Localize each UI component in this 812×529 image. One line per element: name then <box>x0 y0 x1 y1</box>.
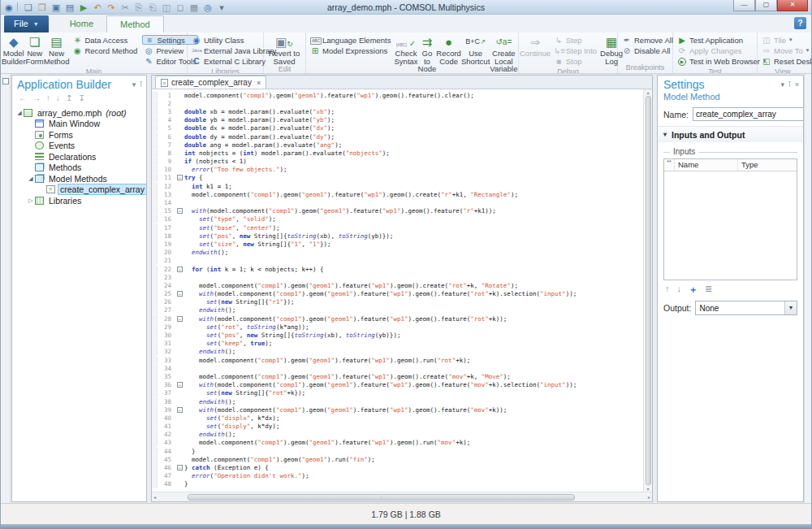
horizontal-scrollbar-thumb[interactable]: ⫶ <box>188 494 575 501</box>
code-line-row[interactable]: 27 endwith(); <box>152 306 643 314</box>
code-text[interactable]: set("size", new String[]{"1", "1"}); <box>184 241 643 248</box>
code-line-row[interactable]: 24 model.component("comp1").geom("geom1"… <box>152 281 643 289</box>
code-line-row[interactable]: 26 set(new String[]{"r1"}); <box>152 298 643 306</box>
vertical-scrollbar[interactable]: ▴ ▾ <box>643 89 652 492</box>
tree-item-model-methods[interactable]: ◢Model Methods <box>12 173 146 184</box>
code-line-row[interactable]: 42 endwith(); <box>152 431 643 439</box>
code-text[interactable]: double dy = model.param().evaluate("dy")… <box>184 133 643 141</box>
column-header-type[interactable]: Type <box>738 159 797 171</box>
code-line-row[interactable]: 48} <box>152 480 643 488</box>
code-line-row[interactable]: 47 error("Operation didn't work."); <box>152 472 643 480</box>
fold-collapse-icon[interactable]: − <box>175 316 184 322</box>
code-text[interactable]: model.component("comp1").geom("geom1").f… <box>184 92 643 99</box>
fold-collapse-icon[interactable]: − <box>175 407 184 413</box>
undo-icon[interactable]: ↶ <box>92 2 103 13</box>
code-text[interactable]: with(model.component("comp1").geom("geom… <box>184 207 643 215</box>
fold-collapse-icon[interactable]: − <box>175 465 184 470</box>
language-elements-button[interactable]: ABCLanguage Elements <box>309 35 393 45</box>
code-line-row[interactable]: 14 <box>152 198 643 206</box>
apply-changes-button[interactable]: ⟳Apply Changes <box>676 46 767 55</box>
continue-button[interactable]: ⇒ Continue <box>520 33 551 67</box>
expanded-arrow-icon[interactable]: ◢ <box>27 176 35 182</box>
expanded-arrow-icon[interactable]: ◢ <box>15 110 24 116</box>
inputs-and-output-section-header[interactable]: ▾ Inputs and Output <box>658 126 803 142</box>
code-line-row[interactable]: 25− with(model.component("comp1").geom("… <box>152 290 643 298</box>
inputs-table[interactable]: ** Name Type <box>663 158 797 280</box>
maximize-button[interactable]: ▢ <box>755 0 777 11</box>
file-menu-button[interactable]: File▼ <box>4 15 49 33</box>
test-application-button[interactable]: ▶Test Application <box>676 35 767 45</box>
panel-menu-icon[interactable]: ▾ <box>132 80 136 89</box>
code-text[interactable]: endwith(); <box>184 431 643 438</box>
code-text[interactable]: set("keep", true); <box>184 340 643 347</box>
code-text[interactable]: set("type", "solid"); <box>184 215 643 223</box>
paste-icon[interactable]: ⎗ <box>147 2 158 13</box>
code-text[interactable]: double yb = model.param().evaluate("yb")… <box>184 116 643 124</box>
test-in-web-browser-button[interactable]: ▶Test in Web Browser▾ <box>676 56 767 66</box>
code-line-row[interactable]: 10 error("Too few objects."); <box>152 166 643 174</box>
code-line-row[interactable]: 5double dx = model.param().evaluate("dx"… <box>152 124 643 132</box>
add-input-button[interactable]: ＋ <box>689 284 698 296</box>
code-line-row[interactable]: 23 <box>152 273 643 281</box>
code-line-row[interactable]: 38 endwith(); <box>152 397 643 405</box>
open-icon[interactable]: ❐ <box>37 2 48 13</box>
move-down-icon[interactable]: ↓ <box>677 284 682 296</box>
close-panel-icon[interactable]: × <box>795 80 799 89</box>
model-expressions-button[interactable]: ⊞Model Expressions <box>309 46 393 55</box>
revert-to-saved-button[interactable]: ▣↻ Revert to Saved <box>265 33 304 65</box>
code-text[interactable]: set("pos", new String[]{toString(xb), to… <box>184 332 643 339</box>
code-line-row[interactable]: 11−try { <box>152 174 643 182</box>
code-line-row[interactable]: 21 <box>152 257 643 265</box>
code-lines[interactable]: 1model.component("comp1").geom("geom1").… <box>152 89 643 492</box>
reset-desktop-button[interactable]: ◱Reset Desktop <box>760 56 811 66</box>
code-line-row[interactable]: 46−} catch (Exception e) { <box>152 463 643 471</box>
code-text[interactable]: int k1 = 1; <box>184 183 643 190</box>
code-line-row[interactable]: 2 <box>152 99 643 107</box>
code-line-row[interactable]: 35 model.component("comp1").geom("geom1"… <box>152 372 643 380</box>
code-text[interactable]: } <box>184 448 643 455</box>
code-line-row[interactable]: 20 endwith(); <box>152 249 643 257</box>
code-text[interactable]: endwith(); <box>184 398 643 405</box>
record-code-button[interactable]: ● Record Code <box>436 33 461 73</box>
code-text[interactable]: set("rot", toString(k*ang)); <box>184 323 643 331</box>
code-text[interactable]: with(model.component("comp1").geom("geom… <box>184 290 643 297</box>
collapse-all-icon[interactable]: ↥ <box>66 93 72 102</box>
step-button[interactable]: ↳Step <box>552 35 598 45</box>
code-line-row[interactable]: 31 set("keep", true); <box>152 340 643 348</box>
code-line-row[interactable]: 45 model.component("comp1").geom("geom1"… <box>152 455 643 463</box>
code-text[interactable]: with(model.component("comp1").geom("geom… <box>184 406 643 414</box>
code-text[interactable]: double xb = model.param().evaluate("xb")… <box>184 108 643 115</box>
docked-panel-icon[interactable] <box>2 78 9 85</box>
code-text[interactable]: endwith(); <box>184 348 643 355</box>
tree-item-events[interactable]: Events <box>12 141 146 152</box>
code-text[interactable]: model.component("comp1").geom("geom1").f… <box>184 439 643 446</box>
code-line-row[interactable]: 34 <box>152 364 643 372</box>
tab-home[interactable]: Home <box>57 15 106 33</box>
fold-collapse-icon[interactable]: − <box>175 382 184 388</box>
select-icon[interactable]: ▦ <box>188 2 200 13</box>
code-text[interactable]: set("base", "center"); <box>184 224 643 232</box>
collapsed-arrow-icon[interactable]: ▷ <box>27 197 35 204</box>
minimize-button[interactable]: — <box>733 0 755 11</box>
fold-collapse-icon[interactable]: − <box>175 175 184 180</box>
tile-button[interactable]: ◫Tile▾ <box>760 35 811 45</box>
forward-arrow-icon[interactable]: → <box>32 93 41 102</box>
code-text[interactable]: set("disply", k*dy); <box>184 423 643 430</box>
code-text[interactable]: set(new String[]{"r1"}); <box>184 298 643 306</box>
back-arrow-icon[interactable]: ← <box>19 93 27 102</box>
stop-button[interactable]: ■Stop <box>552 56 598 66</box>
code-line-row[interactable]: 39− with(model.component("comp1").geom("… <box>152 405 643 414</box>
code-line-row[interactable]: 6double dy = model.param().evaluate("dy"… <box>152 132 643 141</box>
tree-item-main-window[interactable]: Main Window <box>12 119 146 130</box>
code-text[interactable]: double dx = model.param().evaluate("dx")… <box>184 124 643 132</box>
fold-collapse-icon[interactable]: − <box>175 267 184 272</box>
code-line-row[interactable]: 9if (nobjects < 1) <box>152 158 643 166</box>
code-text[interactable]: endwith(); <box>184 249 643 256</box>
model-builder-button[interactable]: ◆ Model Builder <box>2 33 26 67</box>
new-form-button[interactable]: ❏ New Form <box>26 33 44 67</box>
delete-icon[interactable]: ◻ <box>175 2 186 13</box>
tab-close-icon[interactable]: × <box>257 79 261 87</box>
editor-tab-create-complex-array[interactable]: create_complex_array × <box>155 76 266 89</box>
code-line-row[interactable]: 33 model.component("comp1").geom("geom1"… <box>152 356 643 364</box>
close-button[interactable]: ✕ <box>777 0 808 11</box>
